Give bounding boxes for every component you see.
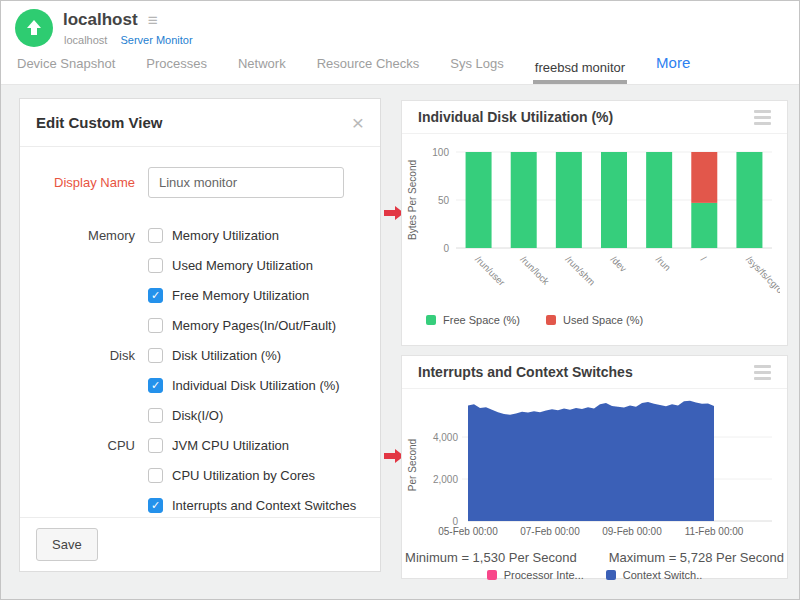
checkbox-used-memory-utilization[interactable]: [148, 258, 163, 273]
interrupts-chart-title: Interrupts and Context Switches: [418, 364, 633, 380]
metric-row-disk-i-o: Disk(I/O): [36, 400, 364, 430]
disk-utilization-chart: Bytes Per Second050100/run/user/run/lock…: [402, 134, 787, 314]
group-label: Memory: [36, 228, 148, 243]
group-label: CPU: [36, 438, 148, 453]
breadcrumb-server-monitor-link[interactable]: Server Monitor: [120, 34, 192, 46]
disk-chart-title: Individual Disk Utilization (%): [418, 109, 613, 125]
checkbox-jvm-cpu-utilization[interactable]: [148, 438, 163, 453]
checkbox-disk-utilization[interactable]: [148, 348, 163, 363]
metric-row-free-memory-utilization: ✓Free Memory Utilization: [36, 280, 364, 310]
svg-text:/run: /run: [654, 254, 673, 273]
dialog-title: Edit Custom View: [36, 114, 162, 131]
interrupts-chart-legend: Processor Inte...Context Switch..: [402, 569, 787, 581]
svg-text:05-Feb 00:00: 05-Feb 00:00: [438, 526, 498, 537]
metric-row-individual-disk-utilization: ✓Individual Disk Utilization (%): [36, 370, 364, 400]
checkbox-cpu-utilization-by-cores[interactable]: [148, 468, 163, 483]
display-name-label: Display Name: [36, 175, 148, 190]
app-window: localhost ≡ localhost Server Monitor Dev…: [0, 0, 800, 600]
metric-label: Memory Utilization: [172, 228, 279, 243]
checkbox-memory-utilization[interactable]: [148, 228, 163, 243]
svg-text:50: 50: [438, 195, 450, 206]
interrupts-chart: Per Second02,0004,00005-Feb 00:0007-Feb …: [402, 389, 787, 547]
checkbox-memory-pages-in-out-fault[interactable]: [148, 318, 163, 333]
metric-label: Disk(I/O): [172, 408, 223, 423]
metric-label: Memory Pages(In/Out/Fault): [172, 318, 336, 333]
metric-row-interrupts-and-context-switches: ✓Interrupts and Context Switches: [36, 490, 364, 520]
chart-menu-icon[interactable]: [754, 365, 771, 380]
metric-label: Individual Disk Utilization (%): [172, 378, 340, 393]
minimum-stat: Minimum = 1,530 Per Second: [405, 550, 577, 565]
title-hamburger-icon[interactable]: ≡: [148, 12, 158, 29]
svg-text:/: /: [699, 254, 709, 264]
metric-row-jvm-cpu-utilization: CPUJVM CPU Utilization: [36, 430, 364, 460]
checkbox-free-memory-utilization[interactable]: ✓: [148, 288, 163, 303]
svg-text:Bytes Per Second: Bytes Per Second: [407, 160, 418, 240]
legend-context-switch[interactable]: Context Switch..: [606, 569, 702, 581]
checkbox-list: MemoryMemory UtilizationUsed Memory Util…: [36, 220, 364, 520]
metric-label: Interrupts and Context Switches: [172, 498, 356, 513]
svg-text:4,000: 4,000: [433, 432, 458, 443]
checkbox-individual-disk-utilization[interactable]: ✓: [148, 378, 163, 393]
disk-utilization-card: Individual Disk Utilization (%) Bytes Pe…: [401, 100, 788, 346]
svg-text:0: 0: [443, 243, 449, 254]
tab-more[interactable]: More: [654, 54, 692, 84]
legend-free-space[interactable]: Free Space (%): [426, 314, 520, 326]
metric-label: Free Memory Utilization: [172, 288, 309, 303]
legend-used-space[interactable]: Used Space (%): [546, 314, 643, 326]
display-name-input[interactable]: [148, 167, 344, 198]
svg-text:09-Feb 00:00: 09-Feb 00:00: [602, 526, 662, 537]
page-title: localhost: [63, 10, 138, 30]
tab-freebsd-monitor[interactable]: freebsd monitor: [533, 60, 627, 84]
svg-text:/sys/fs/cgroup: /sys/fs/cgroup: [744, 254, 780, 303]
svg-text:11-Feb 00:00: 11-Feb 00:00: [685, 526, 744, 537]
breadcrumb-host: localhost: [64, 34, 107, 46]
metric-row-memory-utilization: MemoryMemory Utilization: [36, 220, 364, 250]
legend-processor-inte[interactable]: Processor Inte...: [487, 569, 584, 581]
metric-row-memory-pages-in-out-fault: Memory Pages(In/Out/Fault): [36, 310, 364, 340]
tab-processes[interactable]: Processes: [144, 56, 209, 84]
monitor-header: localhost ≡ localhost Server Monitor: [1, 1, 799, 51]
tab-sys-logs[interactable]: Sys Logs: [448, 56, 505, 84]
monitor-status-avatar: [15, 9, 53, 47]
tab-bar: Device SnapshotProcessesNetworkResource …: [1, 51, 799, 85]
svg-text:2,000: 2,000: [433, 474, 458, 485]
svg-text:100: 100: [432, 147, 449, 158]
interrupts-card: Interrupts and Context Switches Per Seco…: [401, 355, 788, 579]
main-content: Edit Custom View × Display Name MemoryMe…: [1, 85, 799, 600]
checkbox-interrupts-and-context-switches[interactable]: ✓: [148, 498, 163, 513]
metric-row-used-memory-utilization: Used Memory Utilization: [36, 250, 364, 280]
svg-text:07-Feb 00:00: 07-Feb 00:00: [520, 526, 580, 537]
metric-label: Used Memory Utilization: [172, 258, 313, 273]
save-button[interactable]: Save: [36, 528, 98, 561]
disk-chart-legend: Free Space (%)Used Space (%): [402, 314, 787, 326]
chart-menu-icon[interactable]: [754, 110, 771, 125]
svg-text:/run/shm: /run/shm: [563, 254, 597, 288]
up-arrow-icon: [24, 18, 44, 38]
svg-text:/run/lock: /run/lock: [518, 254, 551, 287]
metric-label: Disk Utilization (%): [172, 348, 281, 363]
svg-text:/run/user: /run/user: [473, 254, 507, 288]
edit-custom-view-dialog: Edit Custom View × Display Name MemoryMe…: [19, 98, 381, 572]
metric-row-cpu-utilization-by-cores: CPU Utilization by Cores: [36, 460, 364, 490]
close-icon[interactable]: ×: [352, 112, 364, 133]
svg-text:0: 0: [452, 516, 458, 527]
metric-label: CPU Utilization by Cores: [172, 468, 315, 483]
maximum-stat: Maximum = 5,728 Per Second: [609, 550, 784, 565]
tab-resource-checks[interactable]: Resource Checks: [315, 56, 422, 84]
metric-row-disk-utilization: DiskDisk Utilization (%): [36, 340, 364, 370]
group-label: Disk: [36, 348, 148, 363]
checkbox-disk-i-o[interactable]: [148, 408, 163, 423]
svg-text:/dev: /dev: [609, 254, 630, 275]
breadcrumb: localhost Server Monitor: [64, 34, 193, 46]
metric-label: JVM CPU Utilization: [172, 438, 289, 453]
tab-network[interactable]: Network: [236, 56, 288, 84]
tab-device-snapshot[interactable]: Device Snapshot: [15, 56, 117, 84]
svg-text:Per Second: Per Second: [407, 439, 418, 491]
